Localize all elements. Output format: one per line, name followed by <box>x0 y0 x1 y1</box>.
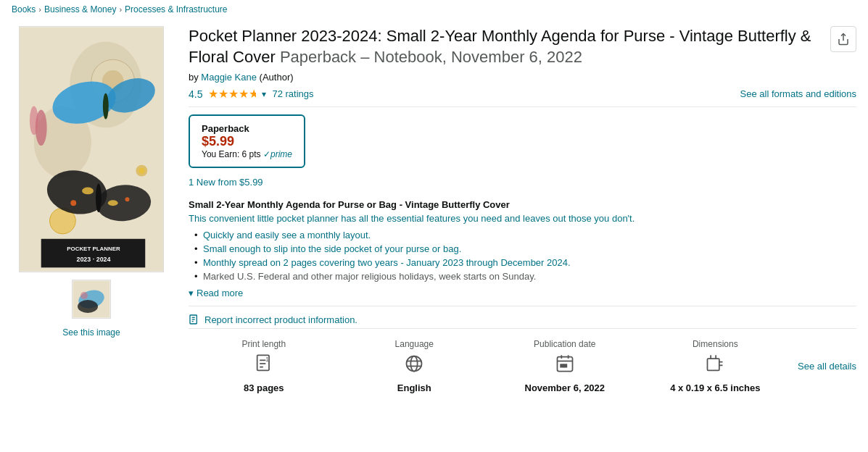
details-row: Print length 1 83 pages Language <box>189 328 856 393</box>
report-text: Report incorrect product information. <box>204 314 357 325</box>
read-more-button[interactable]: ▾ Read more <box>189 288 243 298</box>
see-this-image-link[interactable]: See this image <box>62 327 120 338</box>
product-image: POCKET PLANNER 2023 · 2024 <box>19 26 164 272</box>
detail-dimensions-value: 4 x 0.19 x 6.5 inches <box>670 382 760 393</box>
detail-publication-date: Publication date November 6, 2022 <box>489 339 640 393</box>
star-half: ★ <box>249 87 256 101</box>
format-box[interactable]: Paperback $5.99 You Earn: 6 pts ✓prime <box>189 114 305 168</box>
author-link[interactable]: Maggie Kane <box>201 72 257 83</box>
author-role: (Author) <box>260 72 294 83</box>
svg-point-26 <box>80 292 88 299</box>
author-line: by Maggie Kane (Author) <box>189 72 856 83</box>
breadcrumb-processes[interactable]: Processes & Infrastructure <box>125 4 227 14</box>
svg-rect-46 <box>564 364 567 367</box>
detail-language-icon <box>404 353 424 378</box>
svg-point-13 <box>70 200 76 206</box>
star-2: ★ <box>218 87 228 101</box>
svg-point-14 <box>125 197 130 201</box>
product-thumbnail[interactable] <box>72 280 111 319</box>
detail-date-value: November 6, 2022 <box>525 382 605 393</box>
svg-text:1: 1 <box>265 356 269 363</box>
report-link[interactable]: Report incorrect product information. <box>189 306 856 325</box>
detail-dimensions-label: Dimensions <box>693 339 738 349</box>
ratings-row: 4.5 ★ ★ ★ ★ ★ ▾ 72 ratings See all forma… <box>189 87 856 107</box>
detail-date-icon <box>555 353 575 378</box>
detail-print-label: Print length <box>241 339 286 349</box>
detail-date-label: Publication date <box>534 339 595 349</box>
star-1: ★ <box>208 87 218 101</box>
description-section: Small 2-Year Monthly Agenda for Purse or… <box>189 199 856 298</box>
share-button[interactable] <box>830 26 856 52</box>
svg-text:2023 · 2024: 2023 · 2024 <box>76 256 110 263</box>
breadcrumb: Books › Business & Money › Processes & I… <box>0 0 868 19</box>
bullet-4: Marked U.S. Federal and other major reli… <box>194 271 856 282</box>
new-from-link[interactable]: 1 New from $5.99 <box>189 177 856 188</box>
svg-point-25 <box>78 300 98 313</box>
breadcrumb-sep-2: › <box>119 5 122 14</box>
svg-point-38 <box>411 356 418 372</box>
see-all-formats-link[interactable]: See all formats and editions <box>740 88 856 99</box>
product-title: Pocket Planner 2023-2024: Small 2-Year M… <box>189 26 820 67</box>
bullet-list: Quickly and easily see a monthly layout.… <box>189 230 856 282</box>
bullet-1: Quickly and easily see a monthly layout. <box>194 230 856 240</box>
detail-print-icon: 1 <box>254 353 274 378</box>
prime-badge: ✓prime <box>263 149 292 159</box>
svg-point-15 <box>96 184 102 213</box>
svg-rect-45 <box>561 364 563 367</box>
breadcrumb-books[interactable]: Books <box>12 4 36 14</box>
description-highlight: This convenient little pocket planner ha… <box>189 213 856 224</box>
star-4: ★ <box>239 87 249 101</box>
svg-point-12 <box>108 200 118 206</box>
breadcrumb-business-money[interactable]: Business & Money <box>44 4 116 14</box>
detail-language-label: Language <box>395 339 434 349</box>
format-label: Paperback <box>202 123 292 134</box>
svg-point-17 <box>30 106 38 135</box>
report-icon <box>189 314 200 325</box>
svg-point-37 <box>407 356 422 372</box>
svg-rect-47 <box>708 359 719 370</box>
detail-language: Language English <box>339 339 490 393</box>
star-3: ★ <box>228 87 239 101</box>
detail-print-length: Print length 1 83 pages <box>189 339 339 393</box>
detail-language-value: English <box>397 382 431 393</box>
detail-print-value: 83 pages <box>244 382 284 393</box>
bullet-2: Small enough to slip into the side pocke… <box>194 243 856 254</box>
breadcrumb-sep-1: › <box>38 5 41 14</box>
product-subtitle: Paperback – Notebook, November 6, 2022 <box>280 48 582 66</box>
svg-point-11 <box>82 187 94 194</box>
ratings-count[interactable]: 72 ratings <box>272 88 313 99</box>
detail-dimensions: Dimensions 4 x 0.19 x 6.5 inches <box>640 339 791 393</box>
detail-dimensions-icon <box>705 353 725 378</box>
ratings-dropdown-icon[interactable]: ▾ <box>262 89 266 99</box>
description-bold: Small 2-Year Monthly Agenda for Purse or… <box>189 199 856 210</box>
svg-text:POCKET PLANNER: POCKET PLANNER <box>67 246 120 252</box>
format-price: $5.99 <box>202 134 292 149</box>
rating-number: 4.5 <box>189 88 202 100</box>
format-earn: You Earn: 6 pts ✓prime <box>202 149 292 159</box>
svg-point-19 <box>139 168 144 174</box>
see-all-details-link[interactable]: See all details <box>790 339 856 393</box>
stars: ★ ★ ★ ★ ★ <box>208 87 256 101</box>
bullet-3: Monthly spread on 2 pages covering two y… <box>194 257 856 268</box>
svg-point-8 <box>103 93 109 120</box>
